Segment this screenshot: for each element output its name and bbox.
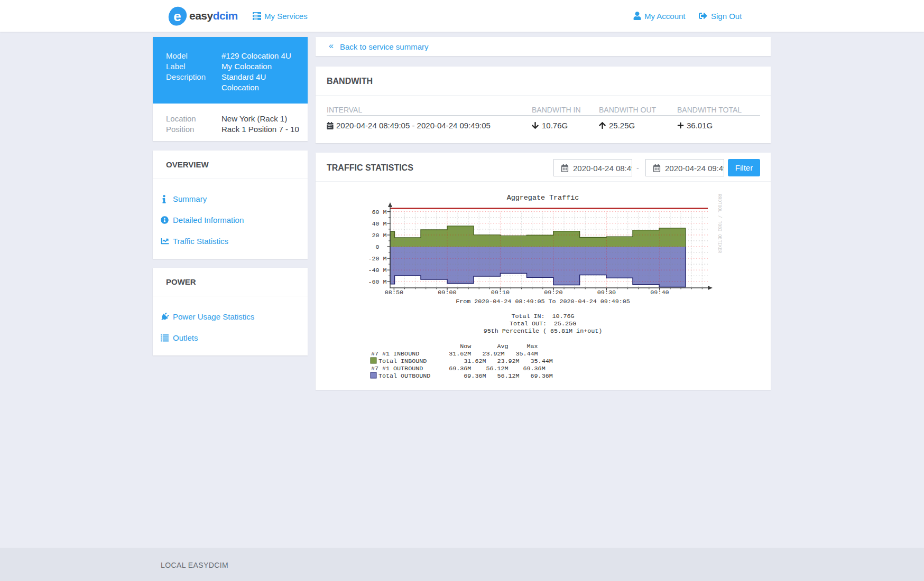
svg-text:Total OUT: 25.25G: Total OUT: 25.25G [510,320,576,327]
svg-text:Total OUTBOUND 69.36M: Total OUTBOUND 69.36M 56.12M 69.36M [371,372,553,380]
svg-text:0: 0 [375,243,386,251]
svg-text:Now Avg Max: Now Avg Max [371,343,538,350]
svg-text:-40 M: -40 M [368,267,386,274]
svg-text:09:20: 09:20 [544,289,562,296]
svg-text:RRDTOOL / TOBI OETIKER: RRDTOOL / TOBI OETIKER [717,194,722,253]
svg-text:95th Percentile ( 65.81M in+ou: 95th Percentile ( 65.81M in+out) [484,327,602,335]
svg-text:60 M: 60 M [372,209,386,216]
svg-text:09:10: 09:10 [491,289,510,296]
svg-text:40 M: 40 M [372,220,386,228]
svg-text:Total IN: 10.76G: Total IN: 10.76G [511,313,574,320]
svg-text:09:40: 09:40 [650,289,669,296]
svg-text:e: e [173,8,181,24]
svg-text:09:00: 09:00 [438,289,456,296]
svg-text:#7 #1 INBOUND 31.62M: #7 #1 INBOUND 31.62M 23.92M 35.44M [371,350,538,358]
svg-text:08:50: 08:50 [385,289,403,296]
svg-text:-60 M: -60 M [368,278,386,286]
svg-text:From 2020-04-24 08:49:05 To 20: From 2020-04-24 08:49:05 To 2020-04-24 0… [456,298,630,305]
svg-text:#7 #1 OUTBOUND 69.36M: #7 #1 OUTBOUND 69.36M 56.12M 69.36M [371,365,546,372]
svg-text:09:30: 09:30 [597,289,616,296]
svg-text:20 M: 20 M [372,232,386,239]
svg-text:Aggregate Traffic: Aggregate Traffic [507,194,579,202]
svg-text:-20 M: -20 M [368,255,386,263]
svg-text:Total INBOUND 31.62M: Total INBOUND 31.62M 23.92M 35.44M [371,358,553,365]
